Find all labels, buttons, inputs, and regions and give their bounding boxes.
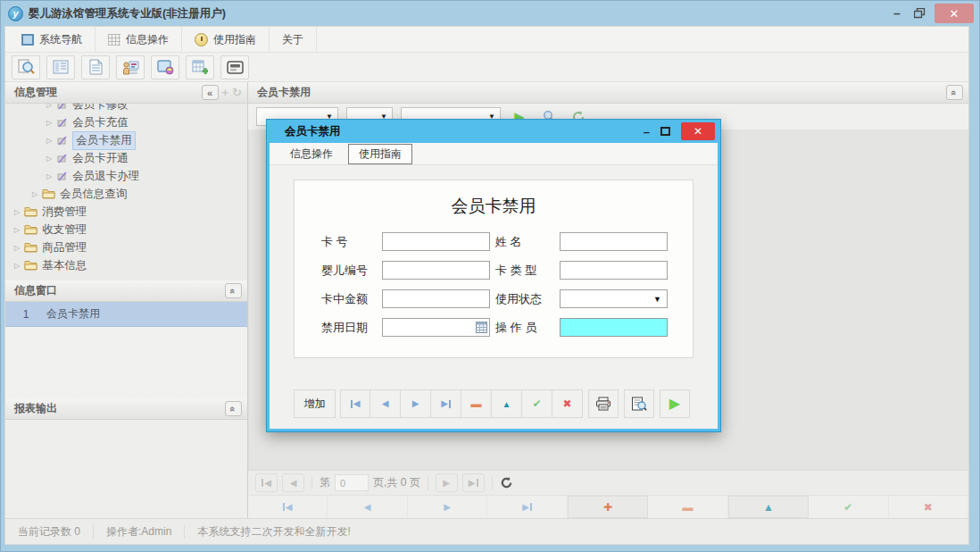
- calendar-icon[interactable]: [476, 322, 487, 336]
- menu-guide[interactable]: 使用指南: [182, 27, 270, 52]
- delete-record-button[interactable]: ▬: [461, 389, 492, 418]
- data-form-button[interactable]: [46, 55, 75, 79]
- confirm-button[interactable]: ✔: [522, 389, 552, 418]
- collapse-up-icon[interactable]: «: [225, 401, 242, 416]
- tree-item-member-query[interactable]: ▷ 会员信息查询: [5, 185, 247, 203]
- card-type-label: 卡 类 型: [494, 263, 556, 279]
- status-select[interactable]: ▼: [560, 289, 668, 308]
- member-report-button[interactable]: [116, 55, 145, 79]
- dialog-close-button[interactable]: ✕: [681, 122, 715, 140]
- tree-item-consume-mgmt[interactable]: ▷ 消费管理: [5, 203, 247, 221]
- name-field[interactable]: [560, 232, 668, 251]
- card-no-input[interactable]: [383, 233, 489, 250]
- tab-user-guide[interactable]: 使用指南: [348, 144, 412, 164]
- page-prev-button[interactable]: ◀: [282, 473, 304, 492]
- close-button[interactable]: ✕: [934, 4, 974, 23]
- add-icon[interactable]: +: [222, 86, 229, 99]
- tree-item-finance-mgmt[interactable]: ▷ 收支管理: [5, 221, 247, 238]
- card-tool-icon: [56, 171, 68, 182]
- expander-icon[interactable]: ▷: [14, 208, 20, 216]
- play-icon: ▶: [669, 397, 680, 411]
- baby-no-field[interactable]: [382, 261, 490, 280]
- operator-field[interactable]: [560, 318, 668, 337]
- name-input[interactable]: [561, 233, 667, 250]
- record-delete-button[interactable]: ▬: [648, 496, 727, 518]
- card-type-input[interactable]: [561, 262, 667, 279]
- menu-about[interactable]: 关于: [270, 27, 317, 52]
- page-next-button[interactable]: ▶: [436, 473, 458, 492]
- display-window-button[interactable]: [151, 55, 179, 79]
- expander-icon[interactable]: ▷: [46, 137, 52, 145]
- printer-icon: [595, 397, 611, 411]
- record-add-button[interactable]: ✚: [568, 496, 648, 518]
- info-window-row[interactable]: 1 会员卡禁用: [5, 302, 247, 327]
- expander-icon[interactable]: ▷: [46, 119, 52, 127]
- tree-item-basic-info[interactable]: ▷ 基本信息: [5, 256, 247, 274]
- execute-button[interactable]: ▶: [660, 389, 690, 418]
- expander-icon[interactable]: ▷: [46, 155, 52, 163]
- card-tool-icon: [56, 117, 68, 129]
- tree-item-product-mgmt[interactable]: ▷ 商品管理: [5, 238, 247, 256]
- record-cancel-button[interactable]: ✖: [889, 496, 968, 518]
- tree-item-card-open[interactable]: ▷ 会员卡开通: [5, 149, 247, 167]
- operator-input[interactable]: [561, 319, 667, 336]
- print-button[interactable]: [588, 389, 619, 418]
- app-logo-icon: y: [8, 6, 23, 21]
- card-tool-icon: [56, 104, 68, 111]
- baby-no-input[interactable]: [383, 262, 489, 279]
- add-record-button[interactable]: 增加: [294, 389, 336, 418]
- edit-record-button[interactable]: ▲: [492, 389, 522, 418]
- collapse-up-icon[interactable]: «: [225, 283, 242, 298]
- page-total-label: 页,共 0 页: [373, 475, 420, 490]
- prev-record-button[interactable]: ◀: [370, 389, 401, 418]
- expander-icon[interactable]: ▷: [14, 226, 20, 234]
- tree-label: 会员卡开通: [72, 151, 129, 166]
- tab-info-operation[interactable]: 信息操作: [278, 144, 345, 164]
- new-document-button[interactable]: [81, 55, 110, 79]
- dialog-minimize-button[interactable]: –: [644, 125, 650, 138]
- amount-field[interactable]: [382, 289, 490, 308]
- record-next-button[interactable]: ▶: [408, 496, 487, 518]
- menu-info-op[interactable]: 信息操作: [96, 27, 182, 52]
- expander-icon[interactable]: ▷: [32, 190, 37, 198]
- card-window-button[interactable]: [220, 55, 249, 79]
- tree-label-selected: 会员卡禁用: [72, 131, 136, 150]
- card-no-field[interactable]: [382, 232, 490, 251]
- print-preview-button[interactable]: [624, 389, 654, 418]
- collapse-up-icon[interactable]: «: [946, 85, 963, 100]
- card-type-field[interactable]: [560, 261, 668, 280]
- expander-icon[interactable]: ▷: [46, 172, 52, 180]
- next-record-button[interactable]: ▶: [401, 389, 431, 418]
- display-window-icon: [157, 60, 174, 75]
- minimize-button[interactable]: –: [889, 6, 905, 21]
- expander-icon[interactable]: ▷: [14, 244, 20, 252]
- record-confirm-button[interactable]: ✔: [809, 496, 888, 518]
- page-first-button[interactable]: ◀: [255, 473, 278, 492]
- first-record-button[interactable]: ◀: [340, 389, 370, 418]
- tree-item-card-disable[interactable]: ▷ 会员卡禁用: [5, 131, 247, 149]
- amount-input[interactable]: [383, 290, 489, 307]
- disable-date-input[interactable]: [383, 319, 489, 336]
- collapse-left-icon[interactable]: «: [202, 85, 219, 100]
- disable-date-field[interactable]: [382, 318, 490, 337]
- tree-item-card-return[interactable]: ▷ 会员退卡办理: [5, 167, 247, 185]
- tree-item-card-recharge[interactable]: ▷ 会员卡充值: [5, 113, 247, 131]
- last-record-button[interactable]: ▶: [431, 389, 461, 418]
- table-add-button[interactable]: [186, 55, 214, 79]
- restore-button[interactable]: [914, 8, 926, 19]
- record-first-button[interactable]: ◀: [248, 496, 328, 518]
- refresh-dark-icon[interactable]: [500, 476, 513, 489]
- refresh-icon[interactable]: ↻: [232, 86, 242, 99]
- tree-item-card-modify[interactable]: ▷ 会员卡修改: [5, 104, 247, 113]
- record-last-button[interactable]: ▶: [487, 496, 567, 518]
- record-prev-button[interactable]: ◀: [328, 496, 407, 518]
- record-edit-button[interactable]: ▲: [728, 496, 809, 518]
- page-number-input[interactable]: [335, 474, 369, 491]
- menu-system-nav[interactable]: 系统导航: [9, 27, 96, 52]
- dialog-maximize-button[interactable]: [660, 127, 670, 136]
- expander-icon[interactable]: ▷: [14, 262, 20, 270]
- cancel-button[interactable]: ✖: [552, 389, 583, 418]
- expander-icon[interactable]: ▷: [46, 104, 52, 109]
- search-document-button[interactable]: [12, 55, 40, 79]
- page-last-button[interactable]: ▶: [462, 473, 485, 492]
